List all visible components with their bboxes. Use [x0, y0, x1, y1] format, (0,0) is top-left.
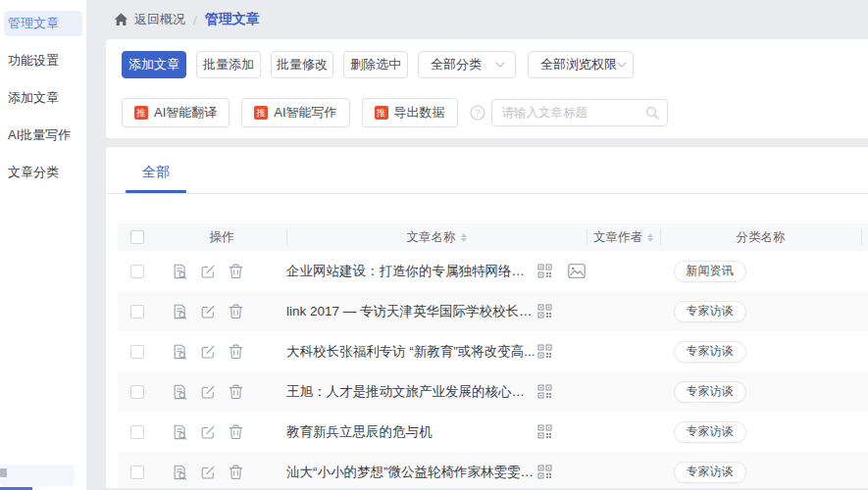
preview-article-icon[interactable]	[173, 465, 187, 480]
category-badge[interactable]: 专家访谈	[674, 381, 746, 403]
qrcode-icon[interactable]	[537, 384, 552, 399]
qrcode-icon[interactable]	[537, 304, 552, 318]
permission-filter-dropdown[interactable]: 全部浏览权限	[528, 51, 634, 78]
sidebar-item[interactable]: 管理文章	[4, 11, 82, 36]
category-filter-dropdown[interactable]: 全部分类	[418, 51, 516, 78]
sidebar-item[interactable]: 文章分类	[4, 160, 82, 185]
svg-text:?: ?	[475, 107, 480, 118]
breadcrumb: 返回概况 / 管理文章	[106, 0, 868, 39]
article-title[interactable]: 大科校长张福利专访 “新教育”或将改变高...	[286, 343, 537, 361]
column-header-category: 分类名称	[660, 223, 861, 251]
image-icon[interactable]	[568, 264, 586, 278]
search-icon[interactable]	[645, 106, 659, 120]
table-row: 王旭：人才是推动文旅产业发展的核心动力 专家访谈	[118, 371, 868, 412]
sidebar-item[interactable]: AI批量写作	[4, 122, 82, 148]
batch-edit-button[interactable]: 批量修改	[271, 51, 333, 78]
toolbar: 添加文章 批量添加 批量修改 删除选中 全部分类 全部浏览权限 推 AI智能翻译	[106, 39, 868, 138]
preview-article-icon[interactable]	[173, 344, 187, 360]
sort-icon[interactable]	[461, 233, 467, 242]
category-filter-value: 全部分类	[431, 56, 482, 74]
search-box	[491, 99, 668, 126]
page-title: 管理文章	[205, 11, 260, 28]
export-data-button[interactable]: 推 导出数据	[362, 98, 458, 127]
column-header-author[interactable]: 文章作者	[587, 223, 660, 251]
category-badge[interactable]: 新闻资讯	[674, 261, 746, 282]
ai-write-button[interactable]: 推 AI智能写作	[241, 98, 349, 127]
breadcrumb-back-link[interactable]: 返回概况	[134, 11, 185, 28]
edit-article-icon[interactable]	[200, 424, 216, 440]
promo-badge: 推	[254, 106, 268, 120]
sidebar-item-label: 文章分类	[8, 164, 59, 181]
breadcrumb-separator: /	[193, 13, 197, 27]
article-search-input[interactable]	[502, 106, 645, 120]
home-icon[interactable]	[114, 13, 128, 26]
row-checkbox[interactable]	[130, 265, 144, 278]
article-author	[587, 251, 660, 291]
article-title[interactable]: 教育新兵立思辰的危与机	[286, 423, 537, 441]
preview-article-icon[interactable]	[173, 264, 187, 279]
article-title[interactable]: 汕大“小小的梦想”微公益轮椅作家林雯雯作...	[286, 464, 537, 481]
ai-translate-button[interactable]: 推 AI智能翻译	[122, 98, 230, 127]
sidebar-item-label: 添加文章	[8, 89, 59, 107]
category-badge[interactable]: 专家访谈	[674, 421, 746, 443]
edit-article-icon[interactable]	[200, 264, 216, 279]
help-icon[interactable]: ?	[470, 105, 485, 121]
chevron-down-icon	[495, 62, 505, 68]
tab-bar: 全部	[106, 147, 868, 194]
permission-filter-value: 全部浏览权限	[540, 56, 617, 74]
edit-article-icon[interactable]	[200, 344, 216, 360]
select-all-checkbox[interactable]	[130, 230, 144, 244]
category-badge[interactable]: 专家访谈	[674, 341, 746, 363]
sort-icon[interactable]	[647, 233, 653, 242]
table-row: 教育新兵立思辰的危与机 专家访谈	[118, 412, 868, 452]
edit-article-icon[interactable]	[200, 304, 216, 319]
sidebar-item-label: 功能设置	[8, 52, 59, 70]
preview-article-icon[interactable]	[173, 384, 187, 400]
batch-add-button[interactable]: 批量添加	[196, 51, 261, 78]
qrcode-icon[interactable]	[537, 264, 552, 278]
article-author	[587, 291, 660, 331]
table-row: 大科校长张福利专访 “新教育”或将改变高... 专家访谈	[118, 331, 868, 371]
edit-article-icon[interactable]	[200, 465, 216, 480]
qrcode-icon[interactable]	[537, 424, 552, 439]
promo-badge: 推	[134, 106, 148, 120]
tab-all[interactable]: 全部	[126, 164, 186, 193]
delete-article-icon[interactable]	[229, 344, 243, 360]
article-author	[587, 331, 660, 371]
sidebar-item-label: 管理文章	[8, 15, 59, 32]
row-checkbox[interactable]	[130, 345, 144, 359]
category-badge[interactable]: 专家访谈	[674, 462, 746, 483]
article-title[interactable]: 王旭：人才是推动文旅产业发展的核心动力	[286, 383, 537, 401]
qrcode-icon[interactable]	[537, 465, 552, 479]
sidebar-partial-item	[0, 465, 75, 486]
row-checkbox[interactable]	[130, 385, 144, 399]
article-author	[587, 452, 660, 488]
row-checkbox[interactable]	[130, 466, 144, 479]
column-header-title[interactable]: 文章名称	[286, 223, 587, 251]
sidebar-item[interactable]: 功能设置	[4, 48, 82, 74]
sidebar: 管理文章 功能设置 添加文章 AI批量写作 文章分类	[0, 0, 86, 490]
category-badge[interactable]: 专家访谈	[674, 301, 746, 322]
article-title[interactable]: link 2017 — 专访天津英华国际学校校长林向...	[286, 303, 537, 320]
table-row: link 2017 — 专访天津英华国际学校校长林向... 专家访谈	[118, 291, 868, 331]
table-row: 企业网站建设：打造你的专属独特网络空间 新闻资讯	[118, 251, 868, 291]
edit-article-icon[interactable]	[200, 384, 216, 400]
sidebar-item[interactable]: 添加文章	[4, 85, 82, 111]
delete-article-icon[interactable]	[229, 424, 243, 440]
add-article-button[interactable]: 添加文章	[122, 51, 186, 78]
delete-selected-button[interactable]: 删除选中	[343, 51, 408, 78]
delete-article-icon[interactable]	[229, 264, 243, 279]
delete-article-icon[interactable]	[229, 384, 243, 400]
tab-all-label: 全部	[142, 164, 170, 179]
row-checkbox[interactable]	[130, 425, 144, 439]
row-checkbox[interactable]	[130, 305, 144, 318]
table-row: 汕大“小小的梦想”微公益轮椅作家林雯雯作... 专家访谈	[118, 452, 868, 488]
delete-article-icon[interactable]	[229, 304, 243, 319]
qrcode-icon[interactable]	[537, 344, 552, 359]
preview-article-icon[interactable]	[173, 424, 187, 440]
tab-active-underline	[126, 190, 186, 193]
article-title[interactable]: 企业网站建设：打造你的专属独特网络空间	[286, 263, 537, 280]
delete-article-icon[interactable]	[229, 465, 243, 480]
preview-article-icon[interactable]	[173, 304, 187, 319]
ai-write-label: AI智能写作	[274, 104, 336, 122]
